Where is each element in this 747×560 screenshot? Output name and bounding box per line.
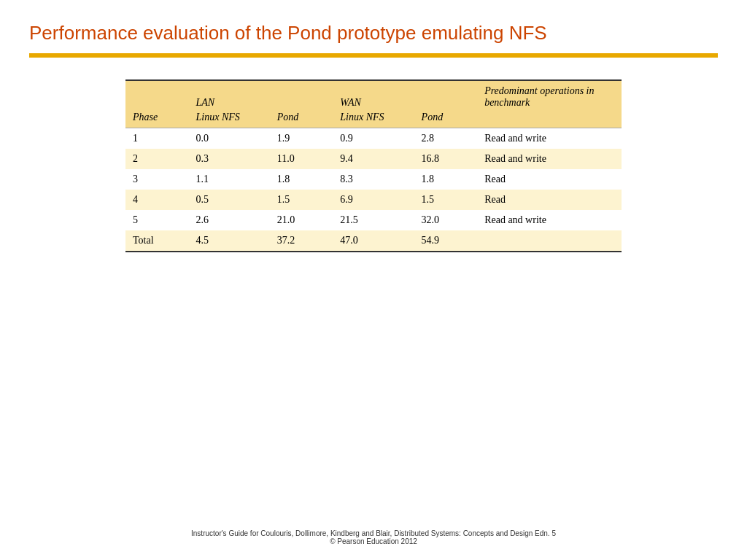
ops-cell: Read	[477, 169, 622, 190]
lan-nfs-cell: 2.6	[189, 210, 270, 230]
footer-line2: © Pearson Education 2012	[0, 537, 747, 545]
gold-divider	[29, 53, 718, 58]
table-row: 31.11.88.31.8Read	[125, 169, 622, 190]
ops-cell: Read and write	[477, 210, 622, 230]
wan-pond-cell: 1.5	[414, 190, 478, 210]
lan-pond-label: Pond	[270, 110, 333, 128]
table-row: 20.311.09.416.8Read and write	[125, 149, 622, 169]
lan-nfs-cell: 4.5	[189, 230, 270, 252]
wan-nfs-cell: 6.9	[333, 190, 414, 210]
table-header-top: LAN WAN Predominant operations in benchm…	[125, 80, 622, 110]
wan-pond-cell: 16.8	[414, 149, 478, 169]
wan-header: WAN	[333, 80, 477, 110]
page-container: Performance evaluation of the Pond proto…	[0, 0, 747, 560]
table-header-bottom: Phase Linux NFS Pond Linux NFS Pond	[125, 110, 622, 128]
ops-header-top: Predominant operations in benchmark	[477, 80, 622, 110]
wan-pond-cell: 54.9	[414, 230, 478, 252]
performance-table: LAN WAN Predominant operations in benchm…	[125, 79, 622, 252]
phase-cell: Total	[125, 230, 189, 252]
ops-cell	[477, 230, 622, 252]
lan-pond-cell: 1.8	[270, 169, 333, 190]
wan-pond-cell: 1.8	[414, 169, 478, 190]
table-row: 10.01.90.92.8Read and write	[125, 128, 622, 149]
wan-nfs-cell: 0.9	[333, 128, 414, 149]
table-row: 40.51.56.91.5Read	[125, 190, 622, 210]
lan-pond-cell: 11.0	[270, 149, 333, 169]
phase-cell: 3	[125, 169, 189, 190]
table-row: 52.621.021.532.0Read and write	[125, 210, 622, 230]
table-body: 10.01.90.92.8Read and write20.311.09.416…	[125, 128, 622, 252]
lan-pond-cell: 1.9	[270, 128, 333, 149]
ops-cell: Read and write	[477, 149, 622, 169]
lan-pond-cell: 21.0	[270, 210, 333, 230]
lan-header: LAN	[189, 80, 333, 110]
lan-nfs-cell: 0.5	[189, 190, 270, 210]
phase-cell: 1	[125, 128, 189, 149]
phase-cell: 4	[125, 190, 189, 210]
lan-nfs-cell: 0.0	[189, 128, 270, 149]
table-row: Total4.537.247.054.9	[125, 230, 622, 252]
phase-cell: 5	[125, 210, 189, 230]
table-wrapper: LAN WAN Predominant operations in benchm…	[125, 79, 622, 252]
lan-pond-cell: 37.2	[270, 230, 333, 252]
page-title: Performance evaluation of the Pond proto…	[29, 22, 718, 44]
ops-cell: Read	[477, 190, 622, 210]
wan-pond-label: Pond	[414, 110, 478, 128]
wan-nfs-label: Linux NFS	[333, 110, 414, 128]
wan-pond-cell: 32.0	[414, 210, 478, 230]
wan-pond-cell: 2.8	[414, 128, 478, 149]
lan-pond-cell: 1.5	[270, 190, 333, 210]
wan-nfs-cell: 47.0	[333, 230, 414, 252]
wan-nfs-cell: 9.4	[333, 149, 414, 169]
footer-line1: Instructor's Guide for Coulouris, Dollim…	[0, 529, 747, 537]
ops-cell: Read and write	[477, 128, 622, 149]
footer: Instructor's Guide for Coulouris, Dollim…	[0, 529, 747, 545]
wan-nfs-cell: 8.3	[333, 169, 414, 190]
wan-nfs-cell: 21.5	[333, 210, 414, 230]
phase-cell: 2	[125, 149, 189, 169]
lan-nfs-label: Linux NFS	[189, 110, 270, 128]
ops-header-bottom	[477, 110, 622, 128]
lan-nfs-cell: 0.3	[189, 149, 270, 169]
phase-label: Phase	[125, 110, 189, 128]
phase-header-top	[125, 80, 189, 110]
lan-nfs-cell: 1.1	[189, 169, 270, 190]
